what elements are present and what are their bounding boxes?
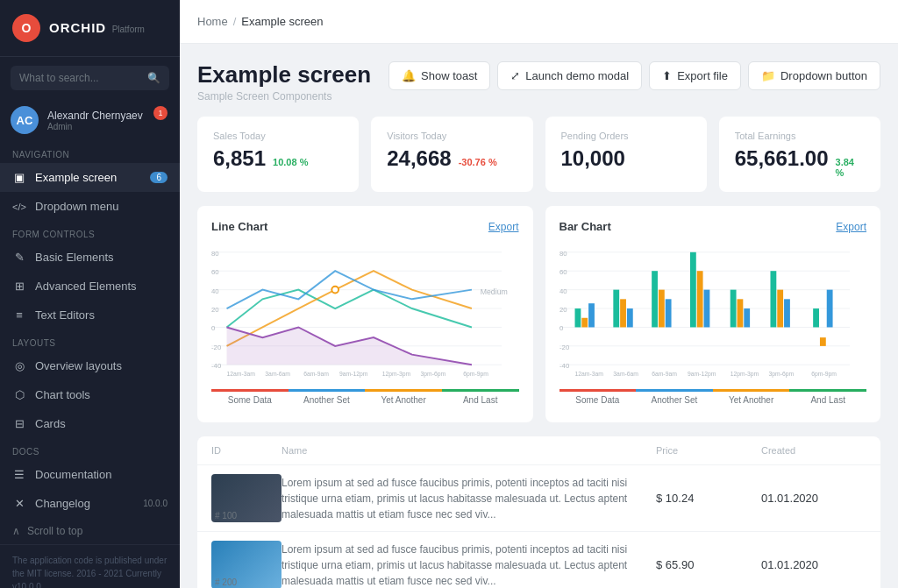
bar-chart-footer: Some Data Another Set Yet Another And La… (559, 389, 867, 408)
line-chart-export[interactable]: Export (488, 221, 519, 233)
stat-value: 24,668 -30.76 % (387, 146, 517, 171)
bar-chart-card: Bar Chart Export 80 (545, 206, 881, 422)
svg-text:-40: -40 (211, 362, 222, 370)
breadcrumb: Home / Example screen (197, 15, 324, 28)
search-box-container[interactable]: What to search... 🔍 (0, 57, 180, 99)
svg-rect-65 (826, 290, 832, 328)
stat-label: Sales Today (213, 131, 343, 141)
sidebar-item-changelog[interactable]: ✕ Changelog 10.0.0 (0, 489, 180, 518)
chart-tools-icon: ⬡ (12, 388, 26, 401)
overview-layouts-icon: ◎ (12, 359, 26, 372)
notification-badge[interactable]: 1 (153, 106, 167, 120)
sidebar-item-example-screen[interactable]: ▣ Example screen 6 (0, 163, 180, 192)
page-title-block: Example screen Sample Screen Components (197, 61, 371, 103)
svg-text:-20: -20 (559, 344, 570, 351)
stat-value: 10,000 (561, 146, 691, 171)
svg-rect-56 (703, 290, 709, 328)
logo-icon: O (12, 14, 40, 42)
launch-demo-modal-label: Launch demo modal (525, 69, 629, 82)
sidebar-item-label: Overview layouts (35, 359, 122, 372)
svg-text:6am-9am: 6am-9am (652, 371, 677, 377)
search-icon: 🔍 (147, 72, 160, 84)
sidebar-logo: O ORCHID Platform (0, 0, 180, 57)
svg-text:80: 80 (559, 250, 567, 258)
svg-point-23 (331, 287, 339, 294)
svg-rect-57 (730, 290, 736, 328)
sidebar-item-label: Basic Elements (35, 251, 114, 264)
svg-text:-40: -40 (559, 362, 570, 370)
footer-item: Another Set (289, 389, 366, 408)
sidebar-item-badge: 6 (150, 172, 167, 183)
sidebar-item-cards[interactable]: ⊟ Cards (0, 409, 180, 438)
svg-text:6pm-9pm: 6pm-9pm (811, 371, 837, 378)
svg-text:12pm-3pm: 12pm-3pm (382, 371, 411, 378)
export-file-button[interactable]: ⬆ Export file (649, 61, 741, 90)
toast-icon: 🔔 (402, 69, 416, 82)
line-chart-title: Line Chart (211, 220, 267, 233)
row-date: 01.01.2020 (761, 558, 866, 571)
svg-text:-20: -20 (211, 344, 222, 351)
scroll-to-top-label: Scroll to top (27, 525, 82, 537)
svg-text:80: 80 (211, 250, 219, 258)
svg-rect-54 (689, 252, 695, 328)
main-content: Home / Example screen Example screen Sam… (180, 0, 898, 588)
data-table: ID Name Price Created # 100 Lorem ipsum … (197, 436, 880, 588)
svg-text:0: 0 (211, 324, 216, 332)
svg-text:9am-12pm: 9am-12pm (339, 371, 368, 378)
chart-header: Bar Chart Export (559, 220, 867, 233)
svg-rect-50 (626, 308, 632, 327)
sidebar-item-label: Chart tools (35, 388, 90, 401)
user-name: Alexandr Chernyaev (47, 110, 169, 122)
charts-row: Line Chart Export 80 (197, 206, 880, 422)
sidebar-item-label: Advanced Elements (35, 280, 137, 293)
show-toast-button[interactable]: 🔔 Show toast (388, 61, 490, 90)
svg-text:60: 60 (211, 268, 219, 276)
export-icon: ⬆ (662, 69, 672, 82)
scroll-to-top[interactable]: ∧ Scroll to top (0, 518, 180, 544)
stat-card-earnings: Total Earnings 65,661.00 3.84 % (719, 117, 880, 192)
sidebar-item-overview-layouts[interactable]: ◎ Overview layouts (0, 351, 180, 380)
stat-card-sales: Sales Today 6,851 10.08 % (197, 117, 359, 192)
stat-label: Pending Orders (561, 131, 691, 141)
search-input[interactable]: What to search... 🔍 (11, 66, 169, 90)
documentation-icon: ☰ (12, 468, 26, 481)
svg-text:12am-3am: 12am-3am (227, 371, 256, 377)
dropdown-button[interactable]: 📁 Dropdown button (748, 61, 880, 90)
footer-item: Yet Another (365, 389, 442, 408)
sidebar-item-text-editors[interactable]: ≡ Text Editors (0, 301, 180, 329)
sidebar-item-basic-elements[interactable]: ✎ Basic Elements (0, 243, 180, 272)
svg-rect-47 (588, 303, 595, 327)
svg-rect-53 (665, 299, 671, 327)
text-editors-icon: ≡ (12, 308, 26, 322)
launch-demo-modal-button[interactable]: ⤢ Launch demo modal (497, 61, 642, 90)
line-chart-area: 80 60 40 20 0 -20 -40 12am-3am 3am-6am 6… (211, 242, 519, 382)
user-profile: AC Alexandr Chernyaev Admin 1 (0, 99, 180, 141)
svg-text:12pm-3pm: 12pm-3pm (730, 371, 759, 378)
svg-rect-45 (574, 308, 581, 327)
avatar: AC (11, 106, 39, 134)
svg-text:3am-6am: 3am-6am (613, 371, 638, 377)
sidebar-item-dropdown-menu[interactable]: </> Dropdown menu (0, 192, 180, 221)
col-id: ID (211, 445, 282, 456)
stat-change: -30.76 % (459, 157, 497, 167)
sidebar-footer: The application code is published under … (0, 544, 180, 588)
layouts-section-label: Layouts (0, 329, 180, 351)
col-price: Price (656, 445, 761, 456)
example-screen-icon: ▣ (12, 171, 26, 184)
sidebar-item-advanced-elements[interactable]: ⊞ Advanced Elements (0, 272, 180, 301)
show-toast-label: Show toast (421, 69, 477, 82)
line-chart-footer: Some Data Another Set Yet Another And La… (211, 389, 519, 408)
sidebar-item-chart-tools[interactable]: ⬡ Chart tools (0, 380, 180, 409)
table-header: ID Name Price Created (197, 436, 880, 465)
row-text: Lorem ipsum at sed ad fusce faucibus pri… (282, 475, 656, 522)
svg-rect-46 (581, 318, 588, 328)
sidebar-item-label: Example screen (35, 171, 117, 184)
logo-name: ORCHID (49, 20, 106, 35)
page-header: Example screen Sample Screen Components … (197, 61, 880, 103)
row-id: # 100 (215, 511, 237, 521)
footer-item: Some Data (559, 389, 637, 408)
bar-chart-export[interactable]: Export (836, 221, 866, 233)
sidebar-item-documentation[interactable]: ☰ Documentation (0, 460, 180, 489)
breadcrumb-home[interactable]: Home (197, 15, 228, 28)
cards-icon: ⊟ (12, 417, 26, 430)
